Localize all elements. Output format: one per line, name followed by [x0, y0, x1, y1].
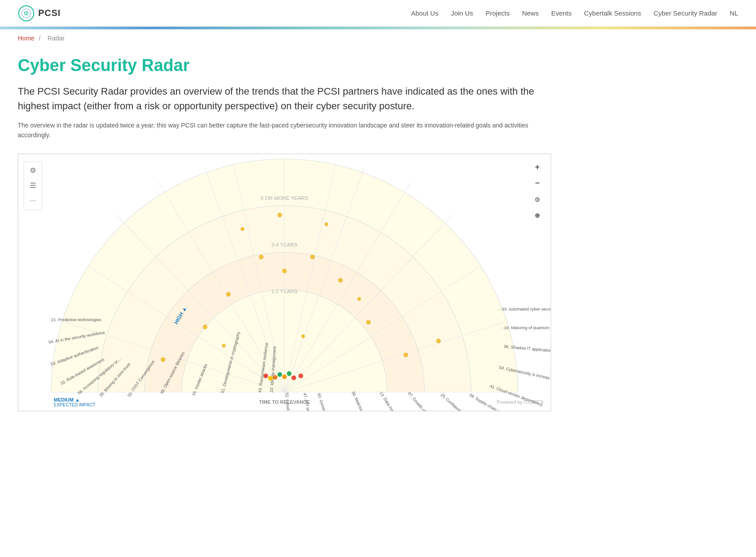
zoom-out-button[interactable]: − — [531, 177, 544, 190]
svg-point-55 — [203, 325, 208, 330]
svg-point-49 — [259, 255, 264, 259]
page-title: Cyber Security Radar — [18, 56, 551, 75]
breadcrumb-home[interactable]: Home — [18, 35, 34, 42]
time-label: TIME TO RELEVANCE — [259, 398, 310, 406]
svg-point-3 — [26, 12, 27, 14]
svg-point-60 — [273, 375, 278, 380]
radar-container: ⚙ ☰ ··· + − ⊙ ⊕ 5 OR MORE YEARS 3 — [18, 154, 551, 411]
nav-radar[interactable]: Cyber Security Radar — [653, 9, 717, 17]
radar-controls: + − ⊙ ⊕ — [531, 161, 544, 222]
main-nav: About Us Join Us Projects News Events Cy… — [411, 9, 738, 17]
location-button[interactable]: ⊙ — [531, 193, 544, 206]
powered-by: Powered by ITONICS — [496, 398, 544, 406]
svg-point-65 — [268, 376, 273, 381]
svg-text:- 19. Maturing of quantum tech: - 19. Maturing of quantum tech — [501, 325, 551, 330]
nav-about[interactable]: About Us — [411, 9, 439, 17]
logo-icon — [18, 5, 35, 22]
intro-large: The PCSI Security Radar provides an over… — [18, 84, 551, 113]
logo-text: PCSI — [38, 8, 61, 18]
svg-point-58 — [161, 357, 166, 362]
svg-text:21. Predictive technologies: 21. Predictive technologies — [51, 317, 101, 322]
intro-small: The overview in the radar is updated twi… — [18, 120, 551, 140]
svg-point-63 — [287, 371, 292, 376]
svg-text:- 33. Automated cyber security: - 33. Automated cyber security — [499, 306, 551, 311]
nav-projects[interactable]: Projects — [485, 9, 509, 17]
svg-point-70 — [222, 344, 225, 347]
target-button[interactable]: ⊕ — [531, 209, 544, 222]
header: PCSI About Us Join Us Projects News Even… — [0, 0, 756, 27]
svg-point-57 — [404, 353, 408, 358]
nav-join[interactable]: Join Us — [451, 9, 473, 17]
nav-lang[interactable]: NL — [730, 9, 738, 17]
radar-toolbar: ⚙ ☰ ··· — [24, 161, 42, 210]
svg-point-59 — [264, 374, 268, 378]
svg-point-64 — [277, 372, 282, 377]
logo-area: PCSI — [18, 5, 61, 22]
zoom-in-button[interactable]: + — [531, 161, 544, 174]
page-content: Cyber Security Radar The PCSI Security R… — [0, 47, 569, 429]
svg-point-62 — [292, 375, 296, 380]
breadcrumb-current: Radar — [48, 35, 64, 42]
svg-point-66 — [299, 374, 304, 378]
list-button[interactable]: ☰ — [26, 179, 40, 193]
more-button[interactable]: ··· — [26, 194, 40, 208]
svg-point-71 — [301, 334, 305, 338]
svg-point-68 — [324, 223, 328, 226]
nav-cybertalk[interactable]: Cybertalk Sessions — [584, 9, 641, 17]
impact-label: MEDIUM ▲ EXPECTED IMPACT — [54, 397, 96, 407]
svg-point-54 — [277, 213, 282, 218]
svg-point-52 — [310, 255, 315, 259]
nav-events[interactable]: Events — [551, 9, 572, 17]
gear-button[interactable]: ⚙ — [26, 163, 40, 178]
breadcrumb: Home / Radar — [0, 29, 756, 47]
svg-point-56 — [366, 320, 371, 325]
svg-point-69 — [357, 297, 361, 301]
svg-point-67 — [240, 227, 244, 231]
radar-svg: 5 OR MORE YEARS 3-4 YEARS 1-2 YEARS HI — [18, 154, 551, 411]
breadcrumb-separator: / — [39, 35, 40, 42]
svg-point-51 — [282, 269, 287, 274]
svg-point-53 — [338, 278, 343, 283]
svg-point-50 — [226, 292, 231, 297]
svg-point-72 — [436, 338, 441, 343]
svg-point-61 — [282, 374, 287, 379]
nav-news[interactable]: News — [522, 9, 539, 17]
